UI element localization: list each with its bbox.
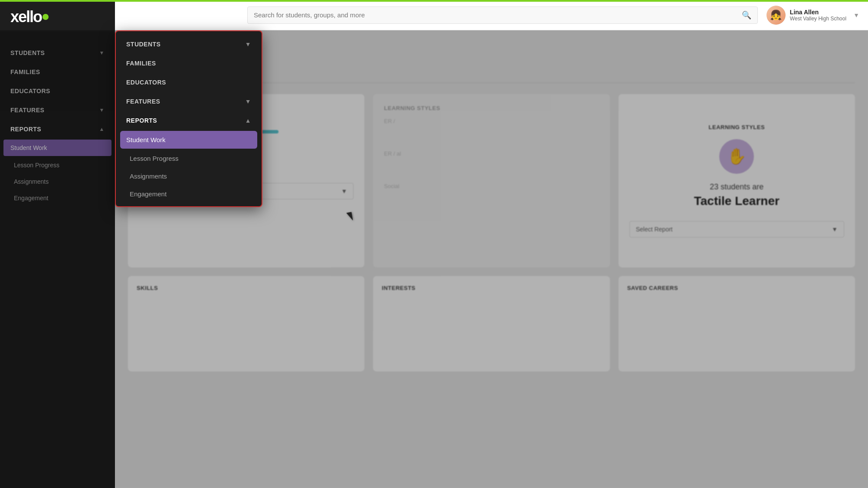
logo-text: xello xyxy=(10,8,42,26)
avatar-face: 👧 xyxy=(766,6,786,25)
search-area[interactable]: 🔍 xyxy=(247,7,758,24)
dropdown-sub-assignments[interactable]: Assignments xyxy=(116,167,262,185)
user-chevron-icon: ▼ xyxy=(853,12,859,19)
dropdown-item-features[interactable]: FEATURES ▼ xyxy=(116,92,262,111)
user-info: Lina Allen West Valley High School xyxy=(790,9,846,22)
dropdown-sub-student-work[interactable]: Student Work xyxy=(120,131,257,149)
user-school: West Valley High School xyxy=(790,16,846,22)
user-area[interactable]: 👧 Lina Allen West Valley High School ▼ xyxy=(766,6,859,25)
dropdown-item-students[interactable]: STUDENTS ▼ xyxy=(116,35,262,54)
avatar: 👧 xyxy=(766,6,786,25)
dropdown-item-reports[interactable]: REPORTS ▲ xyxy=(116,111,262,130)
dropdown-chevron-reports: ▲ xyxy=(245,117,251,124)
dropdown-item-educators[interactable]: EDUCATORS xyxy=(116,73,262,92)
dropdown-sub-lesson-progress[interactable]: Lesson Progress xyxy=(116,150,262,167)
dropdown-chevron-students: ▼ xyxy=(245,41,251,48)
search-input[interactable] xyxy=(254,11,738,19)
dropdown-sub-engagement[interactable]: Engagement xyxy=(116,185,262,203)
dropdown-chevron-features: ▼ xyxy=(245,98,251,105)
user-name: Lina Allen xyxy=(790,9,846,16)
topbar: xello 🔍 👧 Lina Allen West Valley High Sc… xyxy=(0,0,868,30)
dropdown-item-families[interactable]: FAMILIES xyxy=(116,54,262,73)
logo-dot xyxy=(43,14,49,20)
search-icon: 🔍 xyxy=(742,10,751,20)
top-accent-bar xyxy=(0,0,868,2)
dropdown-popup: STUDENTS ▼ FAMILIES EDUCATORS FEATURES ▼… xyxy=(115,30,262,207)
